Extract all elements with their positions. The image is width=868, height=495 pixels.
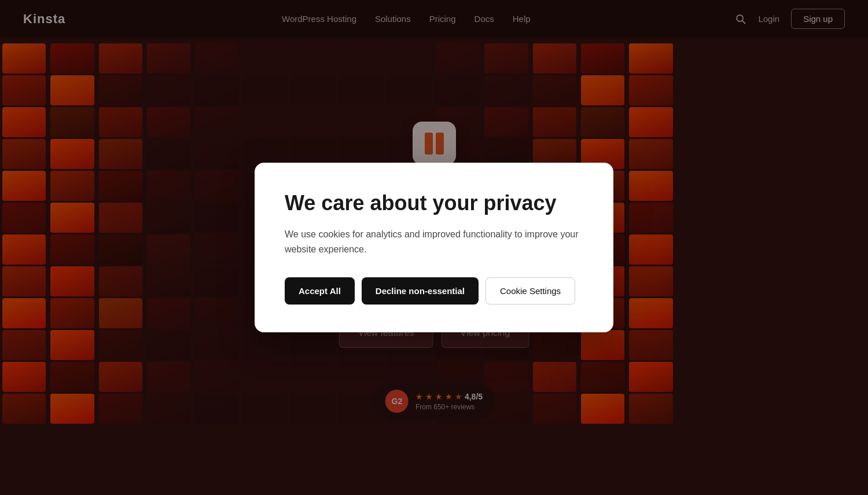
accept-all-button[interactable]: Accept All bbox=[285, 277, 355, 305]
cookie-modal-buttons: Accept All Decline non-essential Cookie … bbox=[285, 277, 583, 305]
cookie-settings-button[interactable]: Cookie Settings bbox=[486, 277, 575, 305]
modal-overlay: We care about your privacy We use cookie… bbox=[0, 0, 868, 495]
decline-non-essential-button[interactable]: Decline non-essential bbox=[362, 277, 479, 305]
cookie-modal: We care about your privacy We use cookie… bbox=[255, 163, 613, 332]
cookie-modal-title: We care about your privacy bbox=[285, 190, 583, 215]
cookie-modal-description: We use cookies for analytics and improve… bbox=[285, 227, 583, 256]
